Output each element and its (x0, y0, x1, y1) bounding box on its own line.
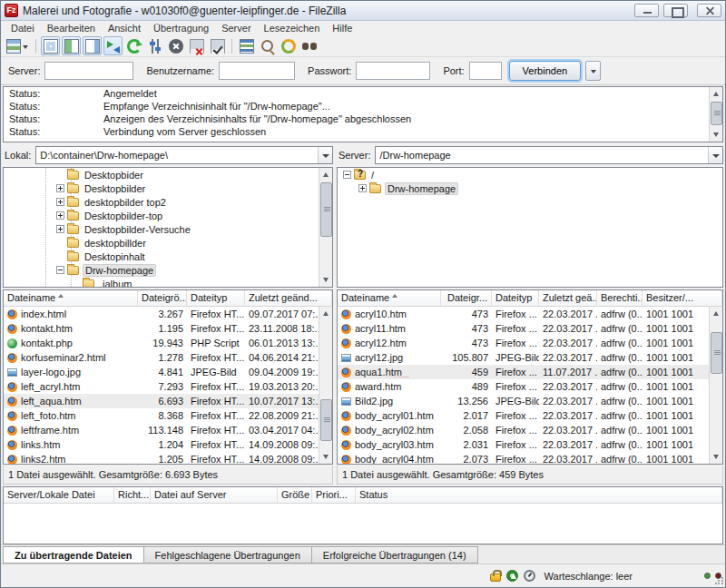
log-scrollbar-thumb[interactable] (711, 102, 722, 125)
scroll-down-icon[interactable] (320, 274, 332, 286)
scroll-up-icon[interactable] (711, 308, 722, 319)
synchronized-browsing-button[interactable] (279, 36, 298, 55)
menu-item-ansicht[interactable]: Ansicht (102, 22, 147, 34)
tree-item[interactable]: Drw-homepage (4, 263, 319, 277)
site-manager-button[interactable] (5, 36, 31, 55)
column-header[interactable]: Zuletzt geä... (539, 290, 597, 306)
toggle-message-log-button[interactable] (41, 36, 60, 55)
toggle-local-tree-button[interactable] (62, 36, 81, 55)
file-row[interactable]: Bild2.jpg13.256JPEG-Bild22.03.2017 ...ad… (338, 394, 709, 408)
scroll-down-icon[interactable] (711, 451, 722, 463)
quickconnect-button[interactable]: Verbinden (509, 61, 582, 81)
column-header[interactable]: Dateiname (4, 290, 138, 306)
column-header[interactable]: Berechti... (597, 290, 643, 306)
scroll-down-icon[interactable] (711, 129, 722, 141)
file-row[interactable]: acryl12.jpg105.807JPEG-Bild22.03.2017 ..… (338, 350, 709, 365)
menu-item-lesezeichen[interactable]: Lesezeichen (258, 22, 327, 34)
minimize-button[interactable] (634, 4, 659, 17)
reconnect-button[interactable] (208, 36, 227, 55)
resize-grip[interactable] (714, 576, 724, 586)
local-path-combo[interactable]: D:\container\Drw-homepage\ (35, 146, 333, 164)
column-header[interactable]: Server/Lokale Datei (4, 487, 114, 503)
scroll-down-icon[interactable] (320, 451, 332, 463)
menu-item-bearbeiten[interactable]: Bearbeiten (41, 22, 102, 34)
local-tree-scrollbar[interactable] (319, 168, 332, 287)
file-row[interactable]: korfuseminar2.html1.278Firefox HT...04.0… (4, 350, 319, 365)
password-input[interactable] (356, 62, 430, 80)
plus-expander-icon[interactable] (56, 225, 64, 233)
scroll-up-icon[interactable] (320, 308, 332, 319)
remote-list-scrollbar[interactable] (709, 307, 722, 464)
file-row[interactable]: leftframe.htm113.148Firefox HT...03.04.2… (4, 423, 319, 437)
column-header[interactable]: Priori... (312, 487, 356, 503)
file-row[interactable]: acryl10.htm473Firefox ...22.03.2017 ...a… (338, 307, 709, 321)
find-files-button[interactable] (299, 36, 319, 55)
log-scrollbar[interactable] (709, 87, 722, 142)
directory-comparison-button[interactable] (258, 36, 277, 55)
filter-button[interactable] (237, 36, 256, 55)
toggle-remote-tree-button[interactable] (83, 36, 102, 55)
menu-item-datei[interactable]: Datei (5, 22, 41, 34)
file-row[interactable]: links2.htm1.205Firefox HT...14.09.2008 0… (4, 452, 319, 464)
local-tree-scrollbar-thumb[interactable] (320, 182, 332, 237)
file-row[interactable]: index.html3.267Firefox HT...09.07.2017 0… (4, 307, 319, 321)
port-input[interactable] (469, 62, 502, 80)
file-row[interactable]: acryl12.htm473Firefox ...22.03.2017 ...a… (338, 336, 709, 350)
toggle-transfer-queue-button[interactable] (103, 36, 123, 55)
plus-expander-icon[interactable] (56, 184, 64, 192)
queue-tab-1[interactable]: Zu übertragende Dateien (3, 546, 143, 564)
column-header[interactable]: Status (356, 487, 722, 503)
column-header[interactable]: Dateigr... (441, 290, 492, 306)
quickconnect-dropdown-button[interactable] (585, 61, 601, 81)
menu-item-server[interactable]: Server (215, 22, 257, 34)
local-list-scrollbar[interactable] (319, 307, 332, 464)
file-row[interactable]: links.htm1.204Firefox HT...14.09.2008 09… (4, 437, 319, 452)
tree-item[interactable]: desktopbillder (4, 236, 319, 250)
process-queue-button[interactable] (145, 36, 164, 55)
refresh-button[interactable] (124, 36, 143, 55)
file-row[interactable]: left_acryl.htm7.293Firefox HT...19.03.20… (4, 379, 319, 394)
column-header[interactable]: Dateityp (492, 290, 539, 306)
local-list-scrollbar-thumb[interactable] (320, 399, 332, 441)
column-header[interactable]: Dateiname (338, 290, 441, 306)
file-row[interactable]: left_foto.htm8.368Firefox HT...22.08.200… (4, 408, 319, 423)
tree-item[interactable]: Desktopbilder (4, 181, 319, 195)
column-header[interactable]: Zuletzt geänd... (245, 290, 332, 306)
disconnect-button[interactable] (187, 36, 206, 55)
file-row[interactable]: body_acryl04.htm2.073Firefox ...22.03.20… (338, 452, 709, 464)
file-row[interactable]: layer-logo.jpg4.841JPEG-Bild09.04.2009 1… (4, 365, 319, 379)
queue-tab-2[interactable]: Fehlgeschlagene Übertragungen (143, 546, 311, 564)
tree-item[interactable]: desktopbilder top2 (4, 195, 319, 209)
local-path-dropdown-icon[interactable] (318, 147, 332, 163)
file-row[interactable]: kontakt.htm1.195Firefox HT...23.11.2008 … (4, 321, 319, 336)
minus-expander-icon[interactable] (56, 266, 64, 274)
file-row[interactable]: kontakt.php19.943PHP Script06.01.2013 13… (4, 336, 319, 350)
minus-expander-icon[interactable] (343, 171, 351, 179)
cancel-operation-button[interactable] (166, 36, 185, 55)
server-input[interactable] (44, 62, 133, 80)
file-row[interactable]: award.htm489Firefox ...22.03.2017 ...adf… (338, 379, 709, 394)
column-header[interactable]: Datei auf Server (151, 487, 278, 503)
plus-expander-icon[interactable] (358, 184, 367, 192)
column-header[interactable]: Besitzer/... (643, 290, 722, 306)
tree-item[interactable]: .jalbum (4, 277, 319, 287)
file-row[interactable]: acryl11.htm473Firefox ...22.03.2017 ...a… (338, 321, 709, 336)
menu-item-hilfe[interactable]: Hilfe (326, 22, 358, 34)
column-header[interactable]: Dateityp (187, 290, 245, 306)
tree-item[interactable]: Desktopbilder-top (4, 209, 319, 222)
menu-item-übertragung[interactable]: Übertragung (147, 22, 215, 34)
scroll-up-icon[interactable] (320, 169, 332, 181)
close-button[interactable] (697, 4, 721, 17)
remote-path-dropdown-icon[interactable] (708, 147, 722, 163)
plus-expander-icon[interactable] (56, 198, 64, 206)
remote-list-scrollbar-thumb[interactable] (711, 332, 722, 374)
file-row[interactable]: body_acryl02.htm2.058Firefox ...22.03.20… (338, 423, 709, 437)
tree-item[interactable]: Desktopbilder-Versuche (4, 222, 319, 236)
queue-tab-3[interactable]: Erfolgreiche Übertragungen (14) (311, 546, 478, 564)
scroll-up-icon[interactable] (711, 88, 722, 100)
maximize-button[interactable] (663, 4, 688, 17)
column-header[interactable]: Größe (278, 487, 312, 503)
username-input[interactable] (219, 62, 295, 80)
tree-item[interactable]: Desktopinhalt (4, 250, 319, 263)
remote-path-combo[interactable]: /Drw-homepage (375, 146, 723, 164)
